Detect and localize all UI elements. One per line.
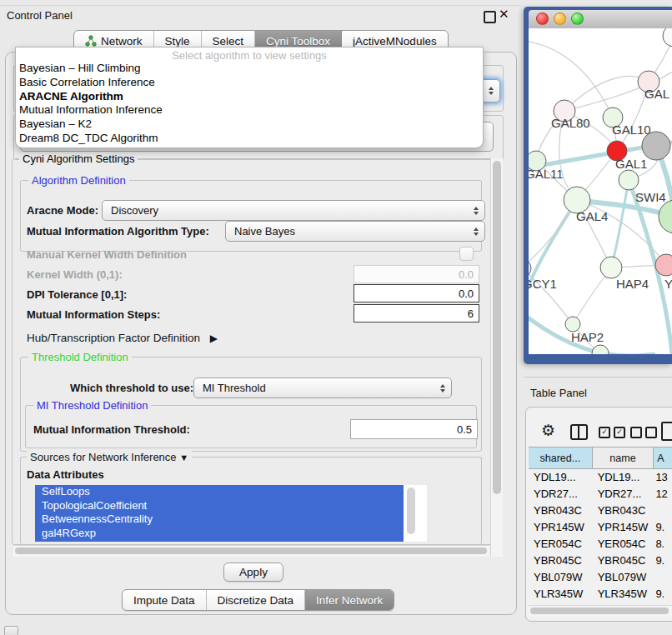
algorithm-option[interactable]: Basic Correlation Inference <box>16 76 483 90</box>
table-row[interactable]: YPR145WYPR145W9. <box>529 518 672 535</box>
settings-group-title: Cyni Algorithm Settings <box>19 152 138 165</box>
algorithm-option[interactable]: Bayesian – K2 <box>16 118 483 132</box>
kernel-width-field[interactable]: 0.0 <box>354 265 479 283</box>
table-cell: YBR043C <box>593 504 654 517</box>
network-node[interactable] <box>619 170 639 190</box>
tab-discretize-data[interactable]: Discretize Data <box>207 590 306 610</box>
table-row[interactable]: YLR345WYLR345W9. <box>529 585 672 602</box>
network-node[interactable] <box>642 132 670 160</box>
table-cell: YER054C <box>593 538 654 550</box>
combo-arrows-icon <box>474 207 479 215</box>
mi-type-label: Mutual Information Algorithm Type: <box>27 225 209 238</box>
tab-cyni-toolbox-label: Cyni Toolbox <box>266 35 330 48</box>
algorithm-dropdown-popup: Select algorithm to view settings Bayesi… <box>15 47 484 148</box>
close-traffic-light-icon[interactable] <box>536 12 549 25</box>
gear-icon[interactable]: ⚙ <box>541 422 555 438</box>
table-hscroll-thumb[interactable] <box>530 608 669 614</box>
apply-button-label: Apply <box>239 566 268 578</box>
table-cell: YBL079W <box>593 571 654 583</box>
table-cell: YPR145W <box>593 521 654 533</box>
network-window-titlebar[interactable] <box>529 10 672 29</box>
table-row[interactable]: YBL079WYBL079W <box>529 568 672 585</box>
tab-infer-network-label: Infer Network <box>316 594 383 607</box>
control-panel-title: Control Panel <box>7 9 73 22</box>
table-row[interactable]: YBR045CYBR045C9. <box>529 552 672 568</box>
table-row[interactable]: YDL19...YDL19...13 <box>529 468 672 485</box>
mi-steps-field[interactable]: 6 <box>354 304 479 322</box>
network-icon <box>85 35 97 47</box>
network-canvas[interactable]: GALGAL80GAL10GAL1GAL11SWI4GAL4GCY1HAP4YH… <box>529 28 672 354</box>
algorithm-option[interactable]: Dream8 DC_TDC Algorithm <box>16 132 483 146</box>
dropdown-prompt: Select algorithm to view settings <box>16 48 483 62</box>
minimized-panel-button[interactable] <box>4 626 18 635</box>
dpi-tolerance-value: 0.0 <box>459 288 474 300</box>
select-all-columns-icon[interactable]: ✓ ✓ <box>599 427 625 438</box>
network-node-label: GAL <box>644 87 669 101</box>
deselect-all-columns-icon[interactable] <box>630 427 657 438</box>
mi-steps-value: 6 <box>468 308 474 320</box>
table-cell: YDR27... <box>529 488 593 500</box>
network-node-label: GAL11 <box>529 167 564 181</box>
data-attribute-item[interactable]: gal4RGexp <box>35 527 404 541</box>
table-horizontal-scrollbar[interactable] <box>529 605 672 617</box>
column-layout-icon[interactable] <box>570 424 588 440</box>
float-window-icon[interactable] <box>484 11 496 23</box>
network-node[interactable] <box>663 28 672 47</box>
aracne-mode-value: Discovery <box>111 204 158 217</box>
settings-vertical-scrollbar[interactable] <box>490 158 503 557</box>
algorithm-option[interactable]: Bayesian – Hill Climbing <box>16 62 483 76</box>
network-node[interactable] <box>592 345 609 354</box>
tab-infer-network[interactable]: Infer Network <box>305 590 394 610</box>
kernel-width-label: Kernel Width (0,1): <box>27 268 123 281</box>
settings-horizontal-scrollbar[interactable] <box>13 545 490 557</box>
minimize-traffic-light-icon[interactable] <box>554 12 566 25</box>
new-table-file-icon[interactable] <box>661 422 672 441</box>
column-header-shared-name[interactable]: shared... <box>529 448 593 468</box>
unchecked-box-icon <box>630 427 642 438</box>
network-graph: GALGAL80GAL10GAL1GAL11SWI4GAL4GCY1HAP4YH… <box>529 28 672 354</box>
hub-definition-toggle[interactable]: Hub/Transcription Factor Definition ▶ <box>27 332 218 344</box>
network-node[interactable] <box>600 257 622 278</box>
table-body: YDL19...YDL19...13YDR27...YDR27...12YBR0… <box>529 468 672 605</box>
manual-kernel-checkbox[interactable] <box>459 247 474 261</box>
aracne-mode-combo[interactable]: Discovery <box>102 200 485 221</box>
table-cell: YLR345W <box>593 588 654 600</box>
table-cell: 8. <box>654 538 672 550</box>
zoom-traffic-light-icon[interactable] <box>571 12 584 25</box>
list-scrollbar-thumb[interactable] <box>407 488 415 534</box>
algorithm-option-list: Bayesian – Hill ClimbingBasic Correlatio… <box>16 62 483 146</box>
network-node[interactable] <box>659 200 672 233</box>
table-cell: 13 <box>654 471 672 483</box>
table-cell: 9. <box>654 521 672 533</box>
algorithm-option[interactable]: Mutual Information Inference <box>16 103 483 118</box>
mi-threshold-field[interactable]: 0.5 <box>350 419 478 439</box>
data-attributes-list[interactable]: SelfLoopsTopologicalCoefficientBetweenne… <box>35 485 427 542</box>
table-row[interactable]: YDR27...YDR27...12 <box>529 485 672 502</box>
settings-vscroll-thumb[interactable] <box>493 161 501 494</box>
close-icon[interactable]: ✕ <box>499 7 509 22</box>
mi-type-combo[interactable]: Naive Bayes <box>225 221 485 242</box>
column-header-partial[interactable]: A <box>654 448 672 468</box>
sources-group-title[interactable]: Sources for Network Inference ▼ <box>27 451 192 463</box>
tab-impute-data-label: Impute Data <box>133 594 195 607</box>
tab-impute-data[interactable]: Impute Data <box>123 590 207 610</box>
which-threshold-combo[interactable]: MI Threshold <box>193 378 452 398</box>
checked-box-icon: ✓ <box>614 427 625 438</box>
network-node-label: GAL1 <box>615 157 647 171</box>
table-row[interactable]: YBR043CYBR043C <box>529 502 672 518</box>
data-attribute-item[interactable]: BetweennessCentrality <box>35 512 404 527</box>
table-cell: YBR045C <box>529 554 593 567</box>
dpi-tolerance-field[interactable]: 0.0 <box>354 284 479 302</box>
apply-button[interactable]: Apply <box>223 562 283 582</box>
data-attribute-item[interactable]: TopologicalCoefficient <box>35 499 404 513</box>
tab-jactivemnodules-label: jActiveMNodules <box>353 35 437 48</box>
table-row[interactable]: YER054CYER054C8. <box>529 535 672 552</box>
column-header-name[interactable]: name <box>593 448 654 468</box>
settings-hscroll-thumb[interactable] <box>15 548 487 554</box>
screen: Control Panel ✕ Network Style Select Cyn… <box>0 0 672 635</box>
network-node[interactable] <box>529 259 531 278</box>
table-cell: 12 <box>654 488 672 500</box>
algorithm-option[interactable]: ARACNE Algorithm <box>16 90 483 104</box>
network-node-label: HAP2 <box>571 330 604 344</box>
data-attribute-item[interactable]: SelfLoops <box>35 485 404 499</box>
